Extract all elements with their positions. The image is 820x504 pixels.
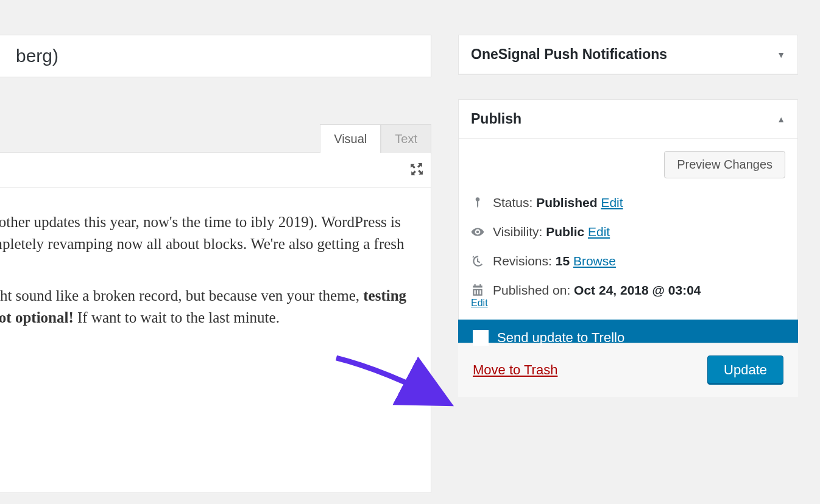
published-value: Oct 24, 2018 @ 03:04 <box>574 283 701 297</box>
status-edit-link[interactable]: Edit <box>601 195 623 209</box>
onesignal-title: OneSignal Push Notifications <box>471 46 667 63</box>
eye-icon <box>471 225 484 239</box>
visibility-label: Visibility: <box>493 225 546 239</box>
editor-content[interactable]: the other updates this year, now's the t… <box>0 188 431 370</box>
publish-header[interactable]: Publish ▲ <box>459 100 797 139</box>
published-label: Published on: <box>493 283 574 297</box>
history-icon <box>471 254 484 268</box>
pin-icon <box>471 196 484 209</box>
onesignal-box: OneSignal Push Notifications ▼ <box>458 35 798 75</box>
calendar-icon <box>471 284 484 297</box>
editor-tabs: Visual Text <box>320 124 431 154</box>
revisions-row: Revisions: 15 Browse <box>493 254 616 268</box>
chevron-down-icon[interactable]: ▼ <box>777 50 785 60</box>
editor-text: the other updates this year, now's the t… <box>0 214 405 252</box>
tab-text[interactable]: Text <box>381 124 431 154</box>
chevron-up-icon[interactable]: ▲ <box>777 114 785 124</box>
preview-changes-button[interactable]: Preview Changes <box>664 151 785 178</box>
revisions-label: Revisions: <box>493 254 556 268</box>
status-row: Status: Published Edit <box>493 195 623 210</box>
status-label: Status: <box>493 195 536 209</box>
trello-checkbox[interactable] <box>473 330 489 346</box>
status-value: Published <box>536 195 597 209</box>
revisions-browse-link[interactable]: Browse <box>573 254 616 268</box>
onesignal-header[interactable]: OneSignal Push Notifications ▼ <box>459 35 797 74</box>
publish-title: Publish <box>471 111 521 127</box>
visibility-value: Public <box>546 225 584 239</box>
publish-actions: Move to Trash Update <box>458 343 798 397</box>
update-button[interactable]: Update <box>707 355 783 385</box>
visibility-row: Visibility: Public Edit <box>493 225 610 239</box>
tab-visual[interactable]: Visual <box>320 124 381 154</box>
editor-text: If want to wait to the last minute. <box>74 309 280 326</box>
editor-toolbar <box>0 153 431 188</box>
revisions-value: 15 <box>556 254 570 268</box>
post-title-input[interactable] <box>0 35 431 77</box>
published-row: Published on: Oct 24, 2018 @ 03:04 <box>493 283 701 298</box>
visibility-edit-link[interactable]: Edit <box>588 225 610 239</box>
move-to-trash-link[interactable]: Move to Trash <box>473 362 557 378</box>
published-edit-link[interactable]: Edit <box>471 298 488 308</box>
editor-text: might sound like a broken record, but be… <box>0 287 363 304</box>
publish-box: Publish ▲ Preview Changes Status: Publis… <box>458 99 798 397</box>
trello-label: Send update to Trello <box>497 330 624 346</box>
fullscreen-icon[interactable] <box>410 163 423 180</box>
editor-container: Visual Text the other updates this year,… <box>0 152 431 493</box>
